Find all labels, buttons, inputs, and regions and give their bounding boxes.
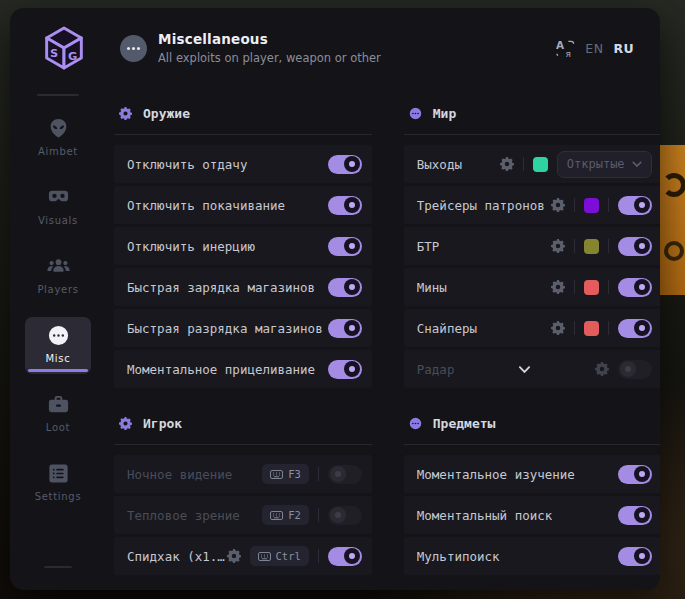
toggle-switch[interactable] xyxy=(618,196,652,215)
feature-row: Отключить покачивание xyxy=(114,186,372,224)
sidebar-item-visuals[interactable]: Visuals xyxy=(25,179,91,236)
misc-page-icon xyxy=(120,35,147,62)
color-swatch[interactable] xyxy=(584,280,599,295)
toggle-switch[interactable] xyxy=(618,360,652,379)
sidebar-item-loot[interactable]: Loot xyxy=(25,386,91,443)
row-settings-gear-icon[interactable] xyxy=(551,280,565,294)
toggle-switch[interactable] xyxy=(618,465,652,484)
toggle-switch[interactable] xyxy=(328,506,362,525)
control-separator xyxy=(574,198,575,212)
feature-row: Мультипоиск xyxy=(404,537,660,575)
section-player: Игрок Ночное видение F3 xyxy=(114,414,372,575)
toggle-switch[interactable] xyxy=(618,278,652,297)
sidebar-item-label: Aimbet xyxy=(38,146,78,157)
toggle-switch[interactable] xyxy=(328,360,362,379)
feature-row: Быстрая разрядка магазинов xyxy=(114,309,372,347)
feature-row: Трейсеры патронов xyxy=(404,186,660,224)
feature-row: Отключить инерцию xyxy=(114,227,372,265)
toggle-switch[interactable] xyxy=(618,547,652,566)
toggle-switch[interactable] xyxy=(328,319,362,338)
sidebar-item-label: Loot xyxy=(46,422,70,433)
hotkey-badge[interactable]: F2 xyxy=(262,505,309,525)
color-swatch[interactable] xyxy=(584,321,599,336)
row-settings-gear-icon[interactable] xyxy=(595,362,609,376)
lang-en-button[interactable]: EN xyxy=(585,41,603,56)
translate-icon: A я xyxy=(556,39,575,58)
toggle-switch[interactable] xyxy=(328,155,362,174)
control-separator xyxy=(523,157,524,171)
briefcase-icon xyxy=(47,393,70,416)
control-separator xyxy=(574,280,575,294)
dropdown-select[interactable]: Открытые xyxy=(557,151,652,178)
section-items: Предметы Моментальное изучение Моменталь… xyxy=(404,414,660,575)
background-game-sign xyxy=(660,145,685,295)
toggle-switch[interactable] xyxy=(328,278,362,297)
feature-row: Моментальный поиск xyxy=(404,496,660,534)
section-title: Предметы xyxy=(433,416,496,431)
feature-label: Моментальное изучение xyxy=(417,467,575,482)
items-section-icon xyxy=(409,417,422,430)
feature-label: Ночное видение xyxy=(127,467,232,482)
color-swatch[interactable] xyxy=(533,157,548,172)
toggle-switch[interactable] xyxy=(328,196,362,215)
sidebar-item-aimbot[interactable]: Aimbet xyxy=(25,110,91,167)
feature-label: Мультипоиск xyxy=(417,549,500,564)
svg-text:я: я xyxy=(566,49,571,58)
goggles-icon xyxy=(47,186,70,209)
row-settings-gear-icon[interactable] xyxy=(551,198,565,212)
expand-chevron-icon[interactable] xyxy=(518,365,531,374)
toggle-switch[interactable] xyxy=(618,319,652,338)
section-title: Игрок xyxy=(143,416,182,431)
row-settings-gear-icon[interactable] xyxy=(500,157,514,171)
header: S G Miscellaneous All exploits on player… xyxy=(10,8,660,88)
row-settings-gear-icon[interactable] xyxy=(551,239,565,253)
sidebar-item-players[interactable]: Players xyxy=(25,248,91,305)
control-separator xyxy=(608,280,609,294)
row-settings-gear-icon[interactable] xyxy=(551,321,565,335)
sidebar-divider xyxy=(44,566,72,568)
feature-row: Тепловое зрение F2 xyxy=(114,496,372,534)
feature-label: Быстрая разрядка магазинов xyxy=(127,321,323,336)
feature-row: Ночное видение F3 xyxy=(114,455,372,493)
color-swatch[interactable] xyxy=(584,198,599,213)
hotkey-badge[interactable]: F3 xyxy=(262,464,309,484)
feature-label: Моментальное прицеливание xyxy=(127,362,315,377)
toggle-switch[interactable] xyxy=(328,237,362,256)
row-settings-gear-icon[interactable] xyxy=(227,549,241,563)
feature-label: Спидхак (x1.8) xyxy=(127,549,227,564)
toggle-switch[interactable] xyxy=(618,506,652,525)
feature-row: Снайперы xyxy=(404,309,660,347)
color-swatch[interactable] xyxy=(584,239,599,254)
feature-row: Радар xyxy=(404,350,660,388)
toggle-switch[interactable] xyxy=(328,547,362,566)
control-separator xyxy=(318,549,319,563)
feature-label: Моментальный поиск xyxy=(417,508,552,523)
settings-list-icon xyxy=(47,462,70,485)
section-divider xyxy=(114,134,372,135)
section-divider xyxy=(404,134,660,135)
feature-row: Моментальное прицеливание xyxy=(114,350,372,388)
lang-ru-button[interactable]: RU xyxy=(613,41,634,56)
hotkey-badge[interactable]: Ctrl xyxy=(250,546,309,566)
feature-label: Снайперы xyxy=(417,321,477,336)
feature-row: Отключить отдачу xyxy=(114,145,372,183)
feature-row: Моментальное изучение xyxy=(404,455,660,493)
toggle-switch[interactable] xyxy=(618,237,652,256)
control-separator xyxy=(608,321,609,335)
app-logo: S G xyxy=(44,26,84,70)
alien-icon xyxy=(47,117,70,140)
section-divider xyxy=(114,444,372,445)
svg-text:A: A xyxy=(556,39,565,51)
toggle-switch[interactable] xyxy=(328,465,362,484)
svg-text:G: G xyxy=(68,49,77,63)
world-section-icon xyxy=(409,107,422,120)
sidebar-item-label: Settings xyxy=(35,491,82,502)
section-world: Мир Выходы Открытые xyxy=(404,104,660,388)
keyboard-icon xyxy=(258,552,271,561)
control-separator xyxy=(318,467,319,481)
feature-label: Трейсеры патронов xyxy=(417,198,545,213)
sidebar-item-misc[interactable]: Misc xyxy=(25,317,91,374)
feature-label: Отключить отдачу xyxy=(127,157,247,172)
sidebar-item-settings[interactable]: Settings xyxy=(25,455,91,512)
control-separator xyxy=(574,321,575,335)
